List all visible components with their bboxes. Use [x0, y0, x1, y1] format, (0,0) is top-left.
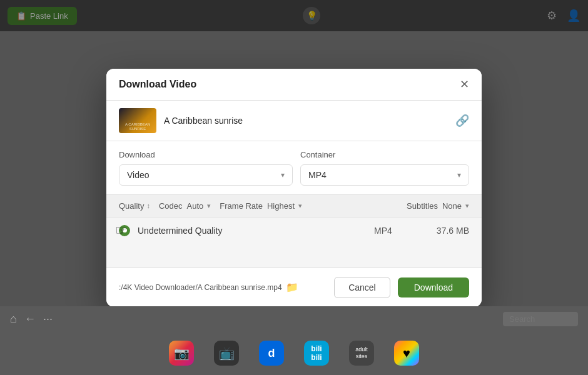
subtitles-value: None — [442, 201, 462, 211]
video-title: A Caribbean sunrise — [164, 116, 243, 126]
folder-icon[interactable]: 📁 — [286, 281, 298, 293]
content-list: ☞ Undetermined Quality MP4 37.6 MB — [106, 218, 482, 268]
video-info-row: A CARIBBEAN SUNRISE A Caribbean sunrise … — [106, 101, 482, 141]
frame-rate-value: Highest — [267, 201, 295, 211]
download-video-modal: Download Video ✕ A CARIBBEAN SUNRISE A C… — [106, 69, 482, 307]
nav-bar: ⌂ ← ··· — [0, 306, 588, 331]
dailymotion-icon[interactable]: d — [259, 341, 284, 366]
home-icon[interactable]: ⌂ — [10, 312, 17, 326]
modal-close-button[interactable]: ✕ — [460, 79, 469, 90]
download-button[interactable]: Download — [398, 278, 469, 298]
download-type-arrow: ▾ — [281, 171, 285, 179]
instagram-icon[interactable]: 📷 — [169, 341, 194, 366]
frame-rate-item: Frame Rate Highest ▾ — [220, 201, 302, 211]
download-section: Download Container Video ▾ MP4 ▾ — [106, 141, 482, 195]
modal-title: Download Video — [119, 79, 196, 90]
search-input[interactable] — [503, 312, 578, 326]
section-labels: Download Container — [119, 150, 469, 159]
radio-button[interactable] — [119, 225, 130, 236]
modal-header: Download Video ✕ — [106, 69, 482, 101]
bilibili-icon[interactable]: bilibili — [304, 341, 329, 366]
quality-bar: Quality ↕ Codec Auto ▾ Frame Rate Highes… — [106, 195, 482, 218]
dropdowns-row: Video ▾ MP4 ▾ — [119, 164, 469, 186]
quality-sort-icon[interactable]: ↕ — [146, 202, 150, 209]
codec-value: Auto — [187, 201, 204, 211]
bottom-bar: 📷 📺 d bilibili adultsites ♥ — [0, 331, 588, 375]
frame-rate-label: Frame Rate — [220, 201, 263, 211]
codec-label: Codec — [159, 201, 183, 211]
filepath-text: :/4K Video Downloader/A Caribbean sunris… — [119, 283, 282, 292]
video-link-icon[interactable]: 🔗 — [455, 114, 469, 128]
codec-dropdown-arrow[interactable]: ▾ — [207, 202, 211, 210]
container-section-label: Container — [300, 150, 469, 159]
filepath-row: :/4K Video Downloader/A Caribbean sunris… — [119, 281, 327, 293]
quality-item: Quality ↕ — [119, 201, 150, 211]
modal-footer: :/4K Video Downloader/A Caribbean sunris… — [106, 268, 482, 307]
subtitles-item: Subtitles None ▾ — [407, 201, 469, 211]
item-format: MP4 — [374, 226, 412, 236]
list-item[interactable]: ☞ Undetermined Quality MP4 37.6 MB — [106, 218, 482, 244]
download-section-label: Download — [119, 150, 300, 159]
subtitles-label: Subtitles — [407, 201, 438, 211]
item-size: 37.6 MB — [419, 226, 469, 236]
back-icon[interactable]: ← — [24, 312, 36, 326]
subtitles-dropdown-arrow[interactable]: ▾ — [465, 202, 469, 210]
container-type-dropdown[interactable]: MP4 ▾ — [300, 164, 469, 186]
download-type-value: Video — [127, 170, 150, 180]
video-thumbnail: A CARIBBEAN SUNRISE — [119, 108, 156, 133]
adult-sites-icon[interactable]: adultsites — [349, 341, 374, 366]
cursor-container: ☞ — [119, 225, 130, 236]
video-thumb-text: A CARIBBEAN SUNRISE — [120, 122, 155, 131]
heart-icon[interactable]: ♥ — [394, 341, 419, 366]
container-type-arrow: ▾ — [457, 171, 461, 179]
download-type-dropdown[interactable]: Video ▾ — [119, 164, 293, 186]
item-quality-label: Undetermined Quality — [138, 226, 367, 236]
quality-label: Quality — [119, 201, 144, 211]
more-icon[interactable]: ··· — [43, 312, 53, 326]
codec-item: Codec Auto ▾ — [159, 201, 211, 211]
container-type-value: MP4 — [308, 170, 327, 180]
radio-inner — [123, 228, 127, 232]
frame-rate-dropdown-arrow[interactable]: ▾ — [298, 202, 302, 210]
tv-icon[interactable]: 📺 — [214, 341, 239, 366]
cancel-button[interactable]: Cancel — [334, 277, 390, 298]
video-thumb-info: A CARIBBEAN SUNRISE A Caribbean sunrise — [119, 108, 243, 133]
